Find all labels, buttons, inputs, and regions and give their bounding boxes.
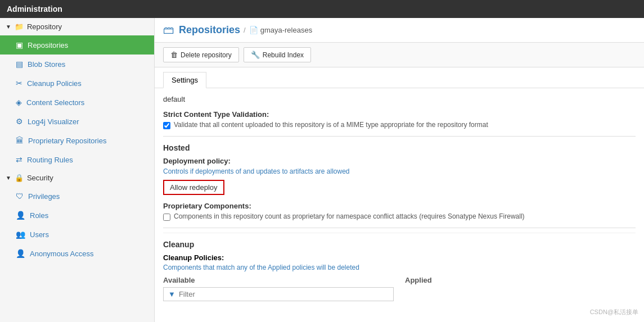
deployment-policy-description: Controls if deployments of and updates t… — [163, 167, 636, 175]
sidebar-label-content-selectors: Content Selectors — [26, 98, 84, 107]
divider-cleanup — [163, 228, 636, 228]
roles-icon: 👤 — [16, 211, 25, 220]
users-icon: 👥 — [16, 230, 25, 239]
main-layout: ▼ 📁 Repository ▣ Repositories ▤ Blob Sto… — [0, 18, 644, 322]
tabs-bar: Settings — [155, 67, 644, 88]
filter-icon: ▼ — [168, 290, 175, 298]
sidebar-label-routing-rules: Routing Rules — [27, 156, 73, 164]
sidebar-item-proprietary-repos[interactable]: 🏛 Proprietary Repositories — [0, 131, 154, 150]
repositories-icon: ▣ — [16, 40, 23, 49]
sidebar-label-blob-stores: Blob Stores — [28, 60, 65, 69]
breadcrumb-separator: / — [244, 26, 246, 34]
sidebar-item-roles[interactable]: 👤 Roles — [0, 206, 154, 225]
proprietary-components-row: Components in this repository count as p… — [163, 212, 636, 221]
sidebar-item-repositories[interactable]: ▣ Repositories — [0, 35, 154, 55]
rebuild-index-button[interactable]: 🔧 Rebuild Index — [244, 47, 311, 62]
cleanup-two-col: Available ▼ Applied — [163, 276, 636, 304]
sidebar-item-routing-rules[interactable]: ⇄ Routing Rules — [0, 150, 154, 169]
cleanup-description: Components that match any of the Applied… — [163, 264, 636, 271]
available-label: Available — [163, 276, 394, 284]
page-header: 🗃 Repositories / 📄 gmaya-releases — [155, 18, 644, 43]
proprietary-repos-icon: 🏛 — [16, 136, 24, 145]
sidebar-label-proprietary-repos: Proprietary Repositories — [28, 137, 106, 145]
sidebar-label-users: Users — [30, 230, 49, 239]
proprietary-components-description: Components in this repository count as p… — [174, 212, 525, 220]
sidebar-item-blob-stores[interactable]: ▤ Blob Stores — [0, 55, 154, 74]
content-selectors-icon: ◈ — [16, 98, 22, 107]
sidebar-item-privileges[interactable]: 🛡 Privileges — [0, 187, 154, 206]
hosted-heading: Hosted — [163, 143, 636, 152]
proprietary-components-checkbox[interactable] — [163, 214, 170, 221]
admin-title: Administration — [7, 4, 62, 13]
blob-stores-icon: ▤ — [16, 60, 23, 69]
sidebar-item-log4j[interactable]: ⚙ Log4j Visualizer — [0, 112, 154, 131]
breadcrumb-current: 📄 gmaya-releases — [249, 26, 313, 34]
filter-box[interactable]: ▼ — [163, 287, 394, 301]
strict-content-label: Strict Content Type Validation: — [163, 110, 636, 119]
repository-folder-icon: 📁 — [15, 22, 24, 31]
sidebar-item-cleanup-policies[interactable]: ✂ Cleanup Policies — [0, 74, 154, 93]
security-group-label: Security — [27, 174, 53, 182]
filter-input[interactable] — [179, 290, 389, 298]
sidebar-label-roles: Roles — [30, 211, 48, 220]
rebuild-icon: 🔧 — [251, 51, 260, 59]
cleanup-icon: ✂ — [16, 79, 22, 88]
sidebar: ▼ 📁 Repository ▣ Repositories ▤ Blob Sto… — [0, 18, 155, 322]
delete-button-label: Delete repository — [181, 51, 232, 59]
rebuild-button-label: Rebuild Index — [263, 51, 304, 59]
routing-rules-icon: ⇄ — [16, 155, 22, 164]
security-group-icon: 🔒 — [15, 174, 24, 182]
repository-arrow: ▼ — [6, 24, 11, 30]
sidebar-group-repository[interactable]: ▼ 📁 Repository — [0, 18, 154, 35]
security-arrow: ▼ — [6, 175, 11, 181]
anonymous-access-icon: 👤 — [16, 249, 25, 258]
proprietary-components-label: Proprietary Components: — [163, 202, 636, 210]
content-area: 🗃 Repositories / 📄 gmaya-releases 🗑 Dele… — [155, 18, 644, 322]
allow-redeploy-label: Allow redeploy — [170, 183, 218, 192]
admin-header: Administration — [0, 0, 644, 18]
breadcrumb-doc-icon: 📄 — [249, 26, 258, 34]
sidebar-item-content-selectors[interactable]: ◈ Content Selectors — [0, 93, 154, 112]
cleanup-policies-label: Cleanup Policies: — [163, 253, 636, 262]
toolbar: 🗑 Delete repository 🔧 Rebuild Index — [155, 43, 644, 67]
cleanup-applied-col: Applied — [405, 276, 636, 304]
sidebar-label-anonymous-access: Anonymous Access — [30, 250, 93, 258]
allow-redeploy-box[interactable]: Allow redeploy — [163, 180, 224, 195]
blob-store-value: default — [163, 95, 636, 103]
deployment-policy-label: Deployment policy: — [163, 157, 636, 165]
sidebar-label-privileges: Privileges — [28, 192, 60, 201]
applied-label: Applied — [405, 276, 636, 284]
delete-icon: 🗑 — [170, 51, 178, 59]
cleanup-section: Cleanup Cleanup Policies: Components tha… — [163, 233, 636, 304]
strict-content-description: Validate that all content uploaded to th… — [174, 121, 488, 129]
breadcrumb-current-label: gmaya-releases — [260, 26, 313, 34]
sidebar-label-cleanup: Cleanup Policies — [27, 79, 82, 88]
repositories-page-icon: 🗃 — [163, 24, 174, 37]
strict-content-row: Validate that all content uploaded to th… — [163, 121, 636, 129]
cleanup-available-col: Available ▼ — [163, 276, 394, 304]
sidebar-group-security[interactable]: ▼ 🔒 Security — [0, 169, 154, 187]
log4j-icon: ⚙ — [16, 117, 23, 126]
sidebar-label-log4j: Log4j Visualizer — [28, 117, 79, 126]
sidebar-item-users[interactable]: 👥 Users — [0, 225, 154, 244]
sidebar-item-anonymous-access[interactable]: 👤 Anonymous Access — [0, 244, 154, 263]
cleanup-label: Cleanup — [163, 240, 636, 249]
sidebar-label-repositories: Repositories — [28, 41, 68, 49]
strict-content-checkbox[interactable] — [163, 122, 170, 129]
privileges-icon: 🛡 — [16, 192, 24, 201]
tab-settings-label: Settings — [172, 76, 198, 84]
breadcrumb-title[interactable]: Repositories — [179, 24, 240, 36]
repository-group-label: Repository — [27, 22, 62, 31]
tab-settings[interactable]: Settings — [163, 72, 206, 88]
divider-hosted — [163, 136, 636, 137]
delete-repository-button[interactable]: 🗑 Delete repository — [163, 47, 239, 62]
form-content: default Strict Content Type Validation: … — [155, 88, 644, 322]
